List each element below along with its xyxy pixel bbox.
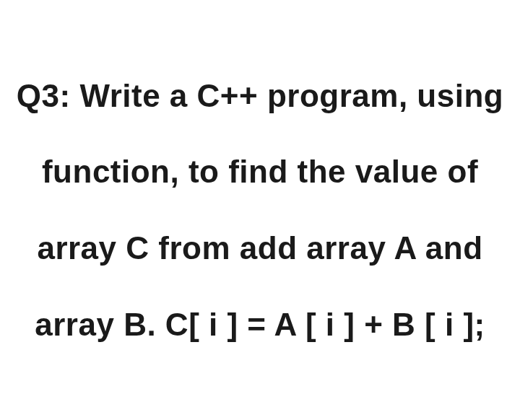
question-text: Q3: Write a C++ program, using function,…	[7, 58, 513, 362]
